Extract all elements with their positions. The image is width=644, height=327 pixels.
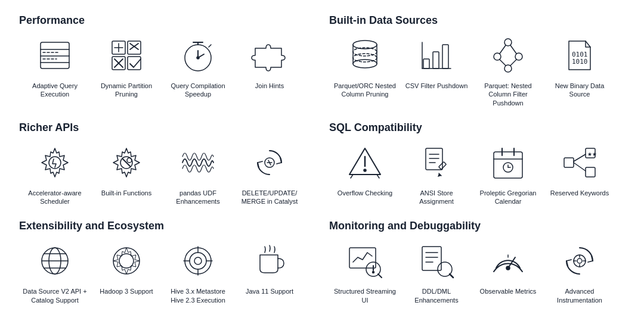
pandas-udf-label: pandas UDF Enhancements [165, 189, 231, 206]
parquet-nested-filter-icon [487, 34, 530, 77]
accelerator-icon [33, 141, 76, 184]
join-hints-label: Join Hints [255, 82, 284, 90]
svg-rect-72 [586, 167, 595, 177]
svg-line-101 [450, 274, 453, 278]
datasource-v2-label: Data Source V2 API + Catalog Support [22, 287, 88, 304]
svg-rect-56 [426, 148, 442, 170]
new-binary-label: New Binary Data Source [547, 82, 612, 99]
structured-streaming-icon [343, 239, 386, 282]
observable-label: Observable Metrics [480, 287, 537, 295]
csv-filter-label: CSV Filter Pushdown [405, 82, 468, 90]
item-ansi-store: ANSI Store Assignment [401, 141, 472, 206]
reserved-keywords-icon: ★★ [558, 141, 601, 184]
proleptic-icon [487, 141, 530, 184]
ansi-store-label: ANSI Store Assignment [404, 189, 469, 206]
svg-point-95 [373, 272, 374, 273]
item-hadoop3: Hadoop 3 Support [91, 239, 162, 295]
svg-rect-0 [41, 42, 69, 68]
section-title-monitoring: Monitoring and Debuggability [329, 220, 625, 232]
svg-rect-91 [349, 248, 376, 268]
new-binary-icon: 0101 1010 [558, 34, 601, 77]
svg-line-39 [510, 45, 516, 54]
svg-line-40 [500, 60, 506, 66]
item-csv-filter: CSV Filter Pushdown [401, 34, 472, 90]
item-observable: Observable Metrics [472, 239, 544, 295]
parquet-orc-label: Parquet/ORC Nested Column Pruning [332, 82, 398, 99]
svg-point-34 [504, 39, 512, 46]
svg-line-22 [209, 45, 211, 47]
overflow-label: Overflow Checking [338, 189, 392, 197]
svg-point-103 [506, 266, 510, 270]
built-in-functions-icon [105, 141, 148, 184]
item-hive3x: Hive 3.x Metastore Hive 2.3 Execution [162, 239, 234, 304]
item-new-binary: 0101 1010 New Binary Data Source [544, 34, 615, 99]
item-built-in-functions: Built-in Functions [91, 141, 162, 197]
item-overflow: Overflow Checking [329, 141, 401, 197]
hadoop3-icon [105, 239, 148, 282]
item-dynamic-partition: Dynamic Partition Pruning [91, 34, 162, 99]
item-datasource-v2: Data Source V2 API + Catalog Support [19, 239, 91, 304]
sql-compat-items: Overflow Checking AN [329, 141, 625, 206]
section-title-extensibility: Extensibility and Ecosystem [19, 220, 315, 232]
item-pandas-udf: pandas UDF Enhancements [162, 141, 234, 206]
performance-items: Adaptive Query Execution [19, 34, 315, 99]
structured-streaming-label: Structured Streaming UI [332, 287, 398, 304]
svg-point-47 [127, 158, 132, 163]
builtin-sources-items: Parquet/ORC Nested Column Pruning CSV Fi… [329, 34, 625, 107]
java11-label: Java 11 Support [246, 287, 293, 295]
svg-point-35 [494, 53, 501, 60]
svg-point-53 [364, 169, 366, 172]
built-in-functions-label: Built-in Functions [101, 189, 151, 197]
svg-line-73 [574, 154, 586, 161]
query-compilation-label: Query Compilation Speedup [165, 82, 231, 99]
section-monitoring: Monitoring and Debuggability [322, 215, 632, 314]
svg-rect-30 [433, 52, 439, 68]
extensibility-items: Data Source V2 API + Catalog Support Had… [19, 239, 315, 304]
parquet-nested-filter-label: Parquet: Nested Column Filter Pushdown [475, 82, 541, 107]
item-query-compilation: Query Compilation Speedup [162, 34, 234, 99]
item-structured-streaming: Structured Streaming UI [329, 239, 401, 304]
accelerator-label: Accelerator-aware Scheduler [22, 189, 88, 206]
item-proleptic: Proleptic Gregorian Calendar [472, 141, 544, 206]
pandas-udf-icon [177, 141, 219, 184]
svg-line-41 [510, 60, 516, 66]
adaptive-query-label: Adaptive Query Execution [22, 82, 88, 99]
section-title-sql-compat: SQL Compatibility [329, 122, 625, 134]
item-reserved-keywords: ★★ Reserved Keywords [544, 141, 615, 197]
section-title-richer-apis: Richer APIs [19, 122, 315, 134]
advanced-instrumentation-label: Advanced Instrumentation [547, 287, 612, 304]
svg-rect-70 [564, 158, 574, 167]
hive3x-icon [177, 239, 219, 282]
item-join-hints: Join Hints [234, 34, 305, 90]
section-richer-apis: Richer APIs Accelerator-aware Scheduler [12, 117, 322, 216]
delete-update-icon [248, 141, 291, 184]
hive3x-label: Hive 3.x Metastore Hive 2.3 Execution [165, 287, 231, 304]
item-delete-update: DELETE/UPDATE/ MERGE in Catalyst [234, 141, 305, 206]
item-adaptive-query: Adaptive Query Execution [19, 34, 91, 99]
svg-point-86 [194, 257, 202, 264]
item-java11: Java 11 Support [234, 239, 305, 295]
section-title-performance: Performance [19, 14, 315, 27]
dynamic-partition-icon [105, 34, 148, 77]
svg-point-85 [190, 253, 206, 269]
svg-line-74 [574, 163, 586, 171]
item-advanced-instrumentation: Advanced Instrumentation [544, 239, 615, 304]
svg-rect-9 [128, 41, 141, 54]
csv-filter-icon [415, 34, 458, 77]
java11-icon [248, 239, 291, 282]
svg-point-36 [515, 53, 522, 60]
item-parquet-orc: Parquet/ORC Nested Column Pruning [329, 34, 401, 99]
monitoring-items: Structured Streaming UI DDL/DML E [329, 239, 625, 304]
svg-text:★★: ★★ [587, 151, 597, 157]
section-performance: Performance Adaptive Query Executio [12, 10, 322, 117]
overflow-icon [343, 141, 386, 184]
richer-apis-items: Accelerator-aware Scheduler Built-in Fun… [19, 141, 315, 206]
proleptic-label: Proleptic Gregorian Calendar [475, 189, 541, 206]
datasource-v2-icon [33, 239, 76, 282]
item-parquet-nested-filter: Parquet: Nested Column Filter Pushdown [472, 34, 544, 107]
svg-point-37 [504, 65, 512, 72]
main-page: Performance Adaptive Query Executio [0, 0, 644, 323]
ddl-dml-label: DDL/DML Enhancements [404, 287, 469, 304]
parquet-orc-icon [343, 34, 386, 77]
section-builtin-sources: Built-in Data Sources Parquet/ORC Nested… [322, 10, 632, 117]
